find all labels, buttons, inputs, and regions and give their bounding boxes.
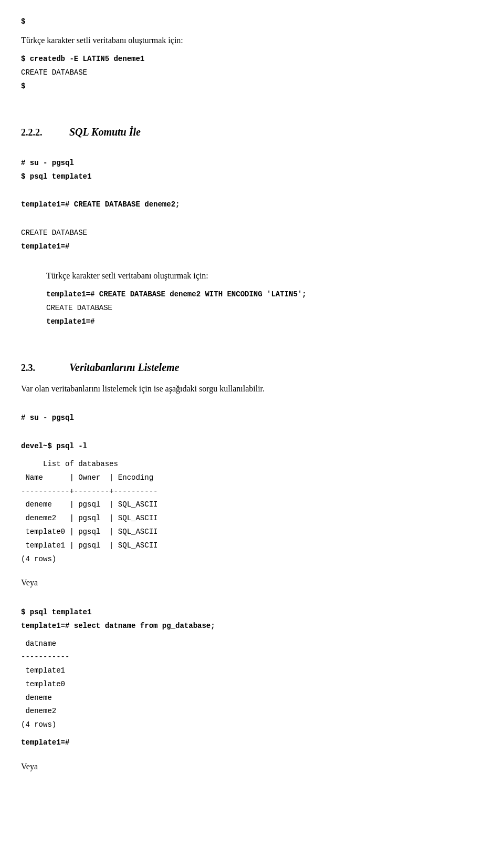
section-222-title: SQL Komutu İle	[69, 123, 141, 140]
createdb-cmd: $ createdb -E LATIN5 deneme1	[21, 53, 483, 66]
create-db-result-block: CREATE DATABASE template1=#	[21, 227, 483, 253]
table-row2: deneme2 | pgsql | SQL_ASCII	[21, 512, 483, 525]
create-database-2: CREATE DATABASE	[21, 227, 483, 240]
cmd-psql-template1: $ psql template1	[21, 171, 483, 183]
cmd-su-pgsql2: # su - pgsql	[21, 412, 483, 425]
table-cols: Name | Owner | Encoding	[21, 472, 483, 484]
cmd-select: template1=# select datname from pg_datab…	[21, 620, 483, 633]
row-template1: template1	[21, 665, 483, 677]
veya-2: Veya	[21, 760, 483, 773]
table-header: List of databases	[21, 458, 483, 471]
intro-text: Türkçe karakter setli veritabanı oluştur…	[21, 34, 483, 47]
create-database-1: CREATE DATABASE	[21, 67, 483, 79]
template1-hash3: template1=#	[21, 737, 483, 749]
table-row3: template0 | pgsql | SQL_ASCII	[21, 526, 483, 539]
su-pgsql-block: # su - pgsql $ psql template1	[21, 157, 483, 183]
veya-1: Veya	[21, 576, 483, 590]
turkish-para: Türkçe karakter setli veritabanı oluştur…	[46, 269, 483, 283]
cmd-su-pgsql: # su - pgsql	[21, 157, 483, 170]
dollar-after-create: $	[21, 80, 483, 93]
table-rows: (4 rows)	[21, 553, 483, 566]
create-database-3: CREATE DATABASE	[46, 302, 483, 315]
template1-hash2: template1=#	[46, 316, 483, 328]
select-result-table: datname ----------- template1 template0 …	[21, 638, 483, 732]
row-template0: template0	[21, 678, 483, 691]
section-222-number: 2.2.2.	[21, 125, 52, 140]
row-deneme2: deneme2	[21, 705, 483, 718]
cmd-devel-psql: devel~$ psql -l	[21, 440, 483, 453]
para-list: Var olan veritabanlarını listelemek için…	[21, 382, 483, 396]
psql-l-block: devel~$ psql -l	[21, 440, 483, 453]
cmd-template-create: template1=# CREATE DATABASE deneme2;	[21, 199, 483, 211]
template1-hash: template1=#	[21, 241, 483, 253]
top-dollar: $	[21, 16, 483, 28]
create-db-command-block: template1=# CREATE DATABASE deneme2;	[21, 199, 483, 211]
table-row1: deneme | pgsql | SQL_ASCII	[21, 499, 483, 511]
row-deneme: deneme	[21, 692, 483, 705]
template1-hash3-block: template1=#	[21, 737, 483, 749]
table-sep: -----------+--------+----------	[21, 486, 483, 498]
col-sep: -----------	[21, 651, 483, 664]
section-23-number: 2.3.	[21, 360, 52, 376]
encoding-command-block: template1=# CREATE DATABASE deneme2 WITH…	[46, 288, 483, 328]
section-222-header: 2.2.2. SQL Komutu İle	[21, 123, 483, 140]
section-23-header: 2.3. Veritabanlarını Listeleme	[21, 359, 483, 376]
table-row4: template1 | pgsql | SQL_ASCII	[21, 540, 483, 552]
turkish-para-block: Türkçe karakter setli veritabanı oluştur…	[46, 269, 483, 283]
db-list-table: List of databases Name | Owner | Encodin…	[21, 458, 483, 565]
row-4rows: (4 rows)	[21, 719, 483, 731]
cmd-psql-template2: $ psql template1	[21, 606, 483, 619]
cmd-encoding: template1=# CREATE DATABASE deneme2 WITH…	[46, 288, 483, 301]
col-datname: datname	[21, 638, 483, 651]
su-pgsql-block2: # su - pgsql	[21, 412, 483, 425]
psql-template2-block: $ psql template1 template1=# select datn…	[21, 606, 483, 633]
createdb-command-block: $ createdb -E LATIN5 deneme1 CREATE DATA…	[21, 53, 483, 92]
section-23-title: Veritabanlarını Listeleme	[69, 359, 179, 376]
